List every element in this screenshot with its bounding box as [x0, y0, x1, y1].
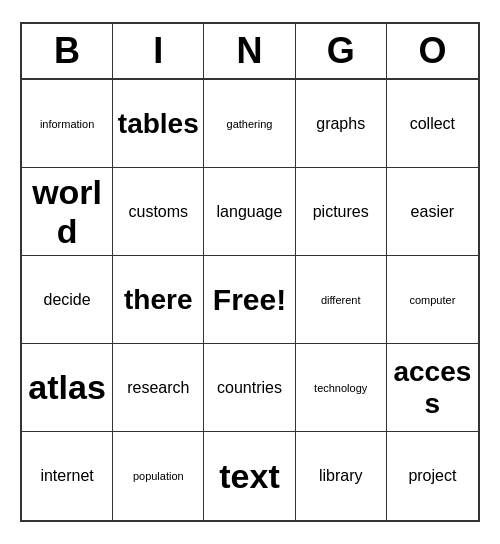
cell-text: technology: [314, 382, 367, 394]
bingo-cell: customs: [113, 168, 204, 256]
cell-text: tables: [118, 108, 199, 140]
bingo-cell: world: [22, 168, 113, 256]
cell-text: there: [124, 284, 192, 316]
cell-text: internet: [40, 467, 93, 485]
cell-text: easier: [411, 203, 455, 221]
bingo-cell: technology: [296, 344, 387, 432]
cell-text: access: [391, 356, 474, 420]
bingo-cell: collect: [387, 80, 478, 168]
header-letter: N: [204, 24, 295, 78]
cell-text: language: [217, 203, 283, 221]
cell-text: world: [26, 173, 108, 251]
bingo-cell: library: [296, 432, 387, 520]
cell-text: collect: [410, 115, 455, 133]
cell-text: countries: [217, 379, 282, 397]
bingo-cell: countries: [204, 344, 295, 432]
bingo-header: BINGO: [22, 24, 478, 80]
cell-text: pictures: [313, 203, 369, 221]
bingo-cell: different: [296, 256, 387, 344]
bingo-cell: tables: [113, 80, 204, 168]
bingo-cell: project: [387, 432, 478, 520]
bingo-cell: easier: [387, 168, 478, 256]
cell-text: project: [408, 467, 456, 485]
bingo-cell: there: [113, 256, 204, 344]
bingo-cell: atlas: [22, 344, 113, 432]
cell-text: computer: [409, 294, 455, 306]
bingo-cell: language: [204, 168, 295, 256]
cell-text: different: [321, 294, 361, 306]
cell-text: gathering: [227, 118, 273, 130]
header-letter: I: [113, 24, 204, 78]
cell-text: research: [127, 379, 189, 397]
bingo-cell: internet: [22, 432, 113, 520]
bingo-cell: Free!: [204, 256, 295, 344]
cell-text: customs: [129, 203, 189, 221]
header-letter: B: [22, 24, 113, 78]
bingo-grid: informationtablesgatheringgraphscollectw…: [22, 80, 478, 520]
bingo-cell: text: [204, 432, 295, 520]
cell-text: library: [319, 467, 363, 485]
bingo-cell: research: [113, 344, 204, 432]
bingo-cell: pictures: [296, 168, 387, 256]
bingo-cell: decide: [22, 256, 113, 344]
bingo-card: BINGO informationtablesgatheringgraphsco…: [20, 22, 480, 522]
bingo-cell: access: [387, 344, 478, 432]
bingo-cell: gathering: [204, 80, 295, 168]
cell-text: atlas: [28, 368, 106, 407]
bingo-cell: information: [22, 80, 113, 168]
cell-text: population: [133, 470, 184, 482]
cell-text: information: [40, 118, 94, 130]
cell-text: Free!: [213, 283, 286, 317]
bingo-cell: computer: [387, 256, 478, 344]
header-letter: O: [387, 24, 478, 78]
cell-text: graphs: [316, 115, 365, 133]
cell-text: decide: [44, 291, 91, 309]
header-letter: G: [296, 24, 387, 78]
bingo-cell: graphs: [296, 80, 387, 168]
bingo-cell: population: [113, 432, 204, 520]
cell-text: text: [219, 457, 279, 496]
